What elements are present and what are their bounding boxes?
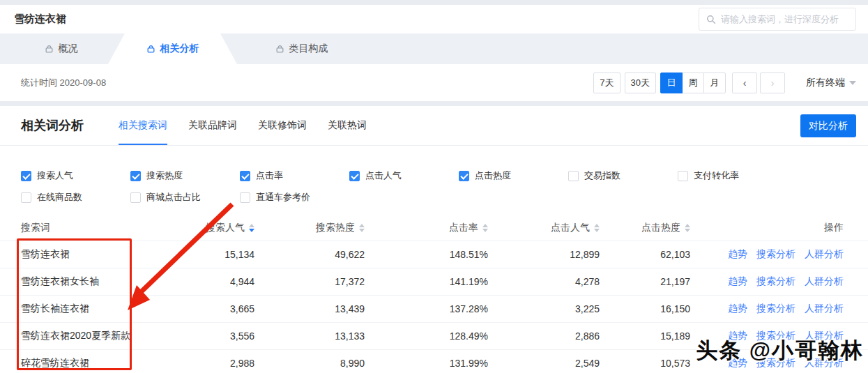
cell-search-word: 碎花雪纺连衣裙: [21, 357, 188, 370]
nav-tabs: 概况 相关分析 类目构成: [0, 33, 868, 64]
cell-click-heat: 10,573: [600, 358, 690, 369]
tab-related-analysis[interactable]: 相关分析: [108, 33, 237, 64]
filter-trade-index[interactable]: 交易指数: [568, 169, 678, 182]
section-title: 相关词分析: [21, 117, 84, 134]
next-date-button[interactable]: ›: [760, 73, 785, 93]
cell-click-heat: 21,197: [600, 276, 690, 287]
filter-click-popularity[interactable]: 点击人气: [349, 169, 459, 182]
tab-modifier-words[interactable]: 关联修饰词: [258, 106, 307, 145]
cell-search-word: 雪纺连衣裙2020夏季新款: [21, 330, 188, 342]
search-box[interactable]: [699, 8, 856, 31]
cell-click-popularity: 12,899: [488, 249, 600, 260]
bag-icon: [45, 45, 54, 54]
tab-hot-words[interactable]: 关联热词: [328, 106, 367, 145]
checkbox-icon: [678, 171, 688, 181]
filter-search-heat[interactable]: 搜索热度: [130, 169, 240, 182]
search-analysis-link[interactable]: 搜索分析: [756, 248, 795, 261]
cell-search-word: 雪纺长袖连衣裙: [21, 303, 188, 315]
cell-click-rate: 141.19%: [365, 276, 488, 287]
cell-click-popularity: 2,886: [488, 330, 600, 342]
section-header: 相关词分析 相关搜索词 关联品牌词 关联修饰词 关联热词 对比分析: [0, 106, 868, 146]
filter-search-popularity[interactable]: 搜索人气: [21, 169, 130, 182]
cell-search-heat: 13,439: [254, 303, 365, 314]
tab-label: 类目构成: [289, 43, 328, 55]
checkbox-icon: [130, 171, 141, 181]
search-analysis-link[interactable]: 搜索分析: [756, 275, 795, 288]
cell-search-popularity: 3,556: [188, 330, 254, 342]
trend-link[interactable]: 趋势: [728, 303, 747, 315]
cell-click-popularity: 4,278: [488, 276, 600, 287]
prev-date-button[interactable]: ‹: [732, 73, 757, 93]
filter-click-heat[interactable]: 点击热度: [459, 169, 568, 182]
tab-related-search-words[interactable]: 相关搜索词: [119, 106, 167, 145]
top-strip: [0, 0, 868, 5]
cell-search-heat: 13,133: [254, 330, 365, 342]
tab-label: 概况: [59, 43, 78, 55]
cell-click-popularity: 3,225: [488, 303, 600, 314]
table-row: 雪纺连衣裙 15,134 49,622 148.51% 12,899 62,10…: [0, 241, 868, 268]
app-root: 雪纺连衣裙 概况 相关分析 类目构成 统计时间 2020-09-08 7天 30…: [0, 0, 868, 373]
stat-time-label: 统计时间 2020-09-08: [21, 77, 106, 89]
terminal-dropdown[interactable]: 所有终端: [806, 77, 856, 89]
tab-label: 相关分析: [160, 43, 199, 55]
sort-icon[interactable]: [482, 224, 488, 232]
range-30d-button[interactable]: 30天: [625, 73, 656, 93]
col-actions: 操作: [690, 222, 844, 234]
main-panel: 相关词分析 相关搜索词 关联品牌词 关联修饰词 关联热词 对比分析 搜索人气 搜…: [0, 106, 868, 373]
col-click-heat[interactable]: 点击热度: [600, 222, 690, 234]
col-click-rate[interactable]: 点击率: [365, 222, 488, 234]
range-week-button[interactable]: 周: [682, 73, 704, 93]
filter-online-products[interactable]: 在线商品数: [21, 191, 130, 204]
cell-search-heat: 49,622: [254, 249, 365, 260]
range-month-button[interactable]: 月: [703, 73, 726, 93]
search-input[interactable]: [721, 14, 848, 24]
cell-search-heat: 8,990: [254, 358, 365, 369]
crowd-analysis-link[interactable]: 人群分析: [805, 303, 844, 315]
range-7d-button[interactable]: 7天: [593, 73, 620, 93]
checkbox-icon: [240, 192, 250, 203]
bag-icon: [146, 45, 155, 54]
cell-click-rate: 128.49%: [365, 330, 488, 342]
chevron-down-icon: [849, 81, 856, 85]
cell-click-heat: 16,150: [600, 303, 690, 314]
filter-mall-click-share[interactable]: 商城点击占比: [130, 191, 240, 204]
trend-link[interactable]: 趋势: [728, 275, 747, 288]
sort-icon[interactable]: [249, 224, 254, 232]
checkbox-icon: [130, 192, 141, 203]
sort-icon[interactable]: [594, 224, 600, 232]
cell-click-rate: 131.99%: [365, 358, 488, 369]
cell-search-popularity: 15,134: [188, 249, 254, 260]
filter-ztc-reference-price[interactable]: 直通车参考价: [240, 191, 349, 204]
checkbox-icon: [459, 171, 469, 181]
watermark: 头条 @小哥翰林: [696, 336, 864, 365]
table-row: 雪纺连衣裙女长袖 4,944 17,372 141.19% 4,278 21,1…: [0, 268, 868, 295]
compare-analysis-button[interactable]: 对比分析: [800, 114, 856, 137]
cell-search-popularity: 3,665: [188, 303, 254, 314]
col-search-word: 搜索词: [21, 222, 188, 234]
col-click-popularity[interactable]: 点击人气: [488, 222, 600, 234]
table-row: 雪纺长袖连衣裙 3,665 13,439 137.28% 3,225 16,15…: [0, 295, 868, 322]
crowd-analysis-link[interactable]: 人群分析: [805, 275, 844, 288]
cell-click-rate: 137.28%: [365, 303, 488, 314]
cell-search-word: 雪纺连衣裙女长袖: [21, 275, 188, 288]
col-search-heat[interactable]: 搜索热度: [254, 222, 365, 234]
tab-category-composition[interactable]: 类目构成: [237, 33, 366, 64]
range-day-button[interactable]: 日: [660, 73, 683, 93]
trend-link[interactable]: 趋势: [728, 248, 747, 261]
filter-pay-conversion[interactable]: 支付转化率: [678, 169, 787, 182]
table-header-row: 搜索词 搜索人气 搜索热度 点击率 点击人气 点击热度 操作: [0, 215, 868, 241]
toolbar-right: 7天 30天 日 周 月 ‹ › 所有终端: [593, 73, 856, 93]
terminal-label: 所有终端: [806, 77, 845, 89]
tab-overview[interactable]: 概况: [14, 33, 108, 64]
cell-search-heat: 17,372: [254, 276, 365, 287]
col-search-popularity[interactable]: 搜索人气: [188, 222, 254, 234]
checkbox-icon: [568, 171, 579, 181]
crowd-analysis-link[interactable]: 人群分析: [805, 248, 844, 261]
filter-click-rate[interactable]: 点击率: [240, 169, 349, 182]
tab-brand-words[interactable]: 关联品牌词: [188, 106, 237, 145]
toolbar: 统计时间 2020-09-08 7天 30天 日 周 月 ‹ › 所有终端: [0, 64, 868, 101]
sort-icon[interactable]: [685, 224, 690, 232]
search-analysis-link[interactable]: 搜索分析: [756, 303, 795, 315]
sort-icon[interactable]: [359, 224, 365, 232]
section-tabs: 相关搜索词 关联品牌词 关联修饰词 关联热词: [119, 106, 367, 145]
